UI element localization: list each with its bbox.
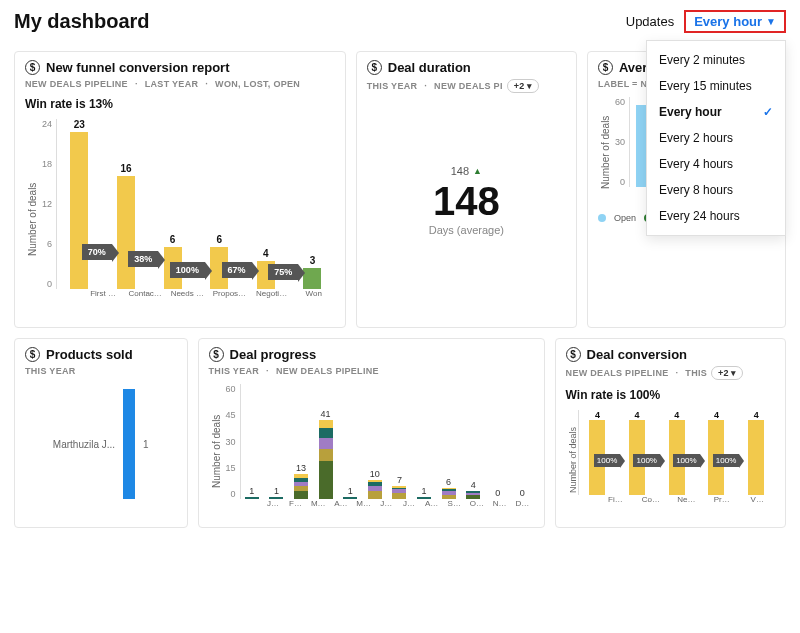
y-axis-label: Number of deals	[598, 97, 611, 207]
duration-trend: 148 ▲	[451, 165, 482, 177]
chevron-down-icon: ▾	[731, 368, 736, 378]
bar-column: 4100%	[658, 410, 696, 495]
bar-column: 1	[265, 486, 288, 499]
check-icon: ✓	[763, 105, 773, 119]
bar-column: 41	[314, 409, 337, 499]
bar-column: 6	[437, 477, 460, 499]
bar-column: 1	[241, 486, 264, 499]
card-subtitle: THIS YEAR NEW DEALS PI +2▾	[367, 79, 566, 93]
dropdown-item[interactable]: Every 24 hours	[647, 203, 785, 229]
card-title: New funnel conversion report	[46, 60, 229, 75]
conversion-badge: 100%	[673, 454, 699, 467]
dollar-icon: $	[209, 347, 224, 362]
products-chart: Marthuzila J... 1	[25, 384, 177, 504]
bar-column: 4	[737, 410, 775, 495]
product-value: 1	[143, 439, 149, 450]
bar-column: 1	[339, 486, 362, 499]
updates-dropdown[interactable]: Every 2 minutesEvery 15 minutesEvery hou…	[646, 40, 786, 236]
win-rate-text: Win rate is 100%	[566, 388, 775, 402]
bar-column: 4100%	[618, 410, 656, 495]
dollar-icon: $	[25, 60, 40, 75]
dollar-icon: $	[598, 60, 613, 75]
bar-column: 4100%	[579, 410, 617, 495]
updates-frequency-button[interactable]: Every hour ▼	[684, 10, 786, 33]
card-subtitle: THIS YEAR NEW DEALS PIPELINE	[209, 366, 534, 376]
bar-column: 1638%	[104, 119, 149, 289]
caret-down-icon: ▼	[766, 16, 776, 27]
dropdown-item[interactable]: Every 2 minutes	[647, 47, 785, 73]
dropdown-item[interactable]: Every 2 hours	[647, 125, 785, 151]
card-subtitle: THIS YEAR	[25, 366, 177, 376]
card-title: Deal conversion	[587, 347, 687, 362]
card-title: Deal progress	[230, 347, 317, 362]
dropdown-item[interactable]: Every hour✓	[647, 99, 785, 125]
conversion-badge: 100%	[713, 454, 739, 467]
filter-more-pill[interactable]: +2▾	[507, 79, 539, 93]
progress-chart: Number of deals 604530150 11134111071640…	[209, 384, 534, 519]
conversion-badge: 100%	[633, 454, 659, 467]
card-funnel-conversion: $ New funnel conversion report NEW DEALS…	[14, 51, 346, 328]
duration-unit: Days (average)	[367, 224, 566, 236]
product-name: Marthuzila J...	[53, 439, 115, 450]
card-products-sold: $ Products sold THIS YEAR Marthuzila J..…	[14, 338, 188, 528]
updates-label: Updates	[626, 14, 674, 29]
page-title: My dashboard	[14, 10, 150, 33]
bar-column: 4100%	[698, 410, 736, 495]
card-deal-duration: $ Deal duration THIS YEAR NEW DEALS PI +…	[356, 51, 577, 328]
conversion-badge: 100%	[170, 262, 205, 278]
bar-column: 7	[388, 475, 411, 499]
duration-value: 148	[367, 179, 566, 224]
bar-column: 1	[413, 486, 436, 499]
updates-selected-text: Every hour	[694, 14, 762, 29]
chevron-down-icon: ▾	[527, 81, 532, 91]
filter-more-pill[interactable]: +2▾	[711, 366, 743, 380]
conversion-badge: 38%	[128, 251, 158, 267]
dropdown-item[interactable]: Every 4 hours	[647, 151, 785, 177]
dollar-icon: $	[367, 60, 382, 75]
conversion-badge: 75%	[268, 264, 298, 280]
card-subtitle: NEW DEALS PIPELINE THIS +2▾	[566, 366, 775, 380]
card-title: Products sold	[46, 347, 133, 362]
card-title: Deal duration	[388, 60, 471, 75]
bar-column: 0	[486, 488, 509, 499]
bar-column: 10	[364, 469, 387, 499]
bar-column: 2370%	[57, 119, 102, 289]
bar-column: 4	[462, 480, 485, 499]
legend-label-open: Open	[614, 213, 636, 223]
funnel-chart: Number of deals 24181260 2370%1638%6100%…	[25, 119, 335, 319]
legend-dot-open	[598, 214, 606, 222]
y-axis-label: Number of deals	[25, 119, 38, 319]
up-arrow-icon: ▲	[473, 166, 482, 176]
win-rate-text: Win rate is 13%	[25, 97, 335, 111]
card-subtitle: NEW DEALS PIPELINE LAST YEAR WON, LOST, …	[25, 79, 335, 89]
card-deal-conversion: $ Deal conversion NEW DEALS PIPELINE THI…	[555, 338, 786, 528]
y-axis-label: Number of deals	[566, 410, 578, 510]
conversion-badge: 67%	[222, 262, 252, 278]
bar-column: 0	[511, 488, 534, 499]
product-bar	[123, 389, 135, 499]
dollar-icon: $	[566, 347, 581, 362]
bar-column: 13	[290, 463, 313, 499]
conversion-badge: 100%	[594, 454, 620, 467]
y-axis-label: Number of deals	[209, 384, 222, 519]
dropdown-item[interactable]: Every 8 hours	[647, 177, 785, 203]
conversion-chart: Number of deals 4100%4100%4100%4100%4 Fi…	[566, 410, 775, 510]
conversion-badge: 70%	[82, 244, 112, 260]
dollar-icon: $	[25, 347, 40, 362]
card-deal-progress: $ Deal progress THIS YEAR NEW DEALS PIPE…	[198, 338, 545, 528]
dropdown-item[interactable]: Every 15 minutes	[647, 73, 785, 99]
